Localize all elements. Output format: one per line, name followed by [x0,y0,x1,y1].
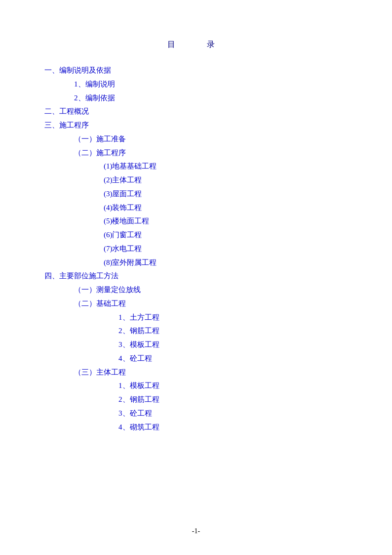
toc-item: (6)门窗工程 [104,228,353,242]
toc-item: 2、编制依据 [74,91,353,105]
page-number: -1- [0,527,392,535]
toc-item: 3、模板工程 [118,338,353,352]
toc-item: 1、土方工程 [118,311,353,325]
toc-item: 二、工程概况 [44,105,353,119]
toc-item: 1、模板工程 [118,379,353,393]
toc-item: (7)水电工程 [104,242,353,256]
toc-item: （三）主体工程 [74,366,353,380]
toc-item: 2、钢筋工程 [118,324,353,338]
toc-item: 2、钢筋工程 [118,393,353,407]
toc-item: (1)地基基础工程 [104,160,353,173]
toc-item: (4)装饰工程 [104,201,353,215]
toc-item: 3、砼工程 [118,407,353,421]
toc-item: 三、施工程序 [44,119,353,132]
toc-item: （一）施工准备 [74,132,353,146]
toc-title: 目 录 [44,40,353,50]
toc-item: （二）施工程序 [74,146,353,160]
toc-item: (5)楼地面工程 [104,214,353,228]
toc-item: （一）测量定位放线 [74,283,353,297]
toc-item: 四、主要部位施工方法 [44,269,353,283]
toc-item: (3)屋面工程 [104,187,353,201]
toc-item: 1、编制说明 [74,78,353,91]
toc-item: （二）基础工程 [74,297,353,311]
toc-item: 4、砌筑工程 [118,421,353,434]
toc-item: 一、编制说明及依据 [44,64,353,78]
toc-content: 一、编制说明及依据1、编制说明2、编制依据二、工程概况三、施工程序（一）施工准备… [44,64,353,434]
toc-item: 4、砼工程 [118,352,353,366]
toc-item: (8)室外附属工程 [104,256,353,270]
toc-item: (2)主体工程 [104,173,353,187]
page: 目 录 一、编制说明及依据1、编制说明2、编制依据二、工程概况三、施工程序（一）… [0,0,392,555]
